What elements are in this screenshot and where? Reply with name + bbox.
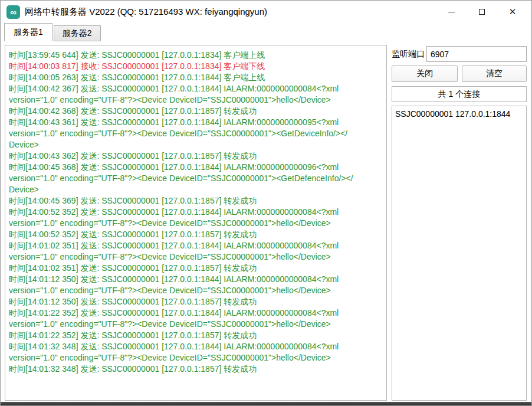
close-server-button[interactable]: 关闭 — [392, 66, 458, 82]
titlebar: ∞ 网络中转服务器 V2022 (QQ: 517216493 WX: feiya… — [1, 1, 531, 23]
log-line: 时间[14:00:43 361] 发送: SSJC00000001 [127.0… — [9, 117, 383, 128]
tab-server-1[interactable]: 服务器1 — [4, 23, 52, 41]
log-line: 时间[14:00:45 369] 发送: SSJC00000001 [127.0… — [9, 195, 383, 207]
minimize-icon — [448, 12, 455, 12]
maximize-icon — [479, 9, 485, 15]
tab-server-2[interactable]: 服务器2 — [54, 25, 101, 41]
app-logo-icon: ∞ — [6, 5, 20, 19]
connection-list[interactable]: SSJC00000001 127.0.0.1:1844 — [392, 106, 527, 401]
close-window-button[interactable]: ✕ — [497, 1, 528, 23]
log-line: 时间[14:00:43 362] 发送: SSJC00000001 [127.0… — [9, 150, 383, 162]
clear-log-button[interactable]: 清空 — [462, 66, 527, 82]
log-line: version="1.0" encoding="UTF-8"?><Device … — [9, 94, 383, 106]
log-line: 时间[14:01:32 348] 发送: SSJC00000001 [127.0… — [9, 364, 383, 375]
listen-port-input[interactable] — [426, 46, 527, 62]
log-line: version="1.0" encoding="UTF-8"?><Device … — [9, 285, 383, 296]
log-line: Device> — [9, 184, 383, 195]
log-line: version="1.0" encoding="UTF-8"?><Device … — [9, 128, 383, 139]
log-line: 时间[14:01:22 352] 发送: SSJC00000001 [127.0… — [9, 330, 383, 341]
log-line: 时间[14:01:12 350] 发送: SSJC00000001 [127.0… — [9, 274, 383, 285]
log-line: 时间[14:00:03 817] 接收: SSJC00000001 [127.0… — [9, 61, 383, 72]
log-line: 时间[14:01:22 352] 发送: SSJC00000001 [127.0… — [9, 307, 383, 319]
log-line: 时间[14:01:02 351] 发送: SSJC00000001 [127.0… — [9, 240, 383, 251]
log-line: 时间[14:01:02 351] 发送: SSJC00000001 [127.0… — [9, 263, 383, 274]
log-line: version="1.0" encoding="UTF-8"?><Device … — [9, 352, 383, 364]
log-line: version="1.0" encoding="UTF-8"?><Device … — [9, 251, 383, 263]
log-line: 时间[14:00:52 352] 发送: SSJC00000001 [127.0… — [9, 207, 383, 218]
close-icon: ✕ — [509, 6, 517, 17]
log-line: 时间[13:59:45 644] 发送: SSJC00000001 [127.0… — [9, 50, 383, 61]
minimize-button[interactable] — [436, 1, 467, 23]
listen-port-label: 监听端口 — [392, 46, 426, 62]
log-line: 时间[14:01:32 348] 发送: SSJC00000001 [127.0… — [9, 341, 383, 352]
connection-list-item[interactable]: SSJC00000001 127.0.0.1:1844 — [395, 108, 523, 120]
log-line: 时间[14:00:45 368] 发送: SSJC00000001 [127.0… — [9, 162, 383, 173]
app-window: ∞ 网络中转服务器 V2022 (QQ: 517216493 WX: feiya… — [0, 0, 532, 406]
log-line: 时间[14:00:05 263] 发送: SSJC00000001 [127.0… — [9, 72, 383, 83]
window-controls: ✕ — [436, 1, 528, 23]
log-line: version="1.0" encoding="UTF-8"?><Device … — [9, 218, 383, 229]
log-line: version="1.0" encoding="UTF-8"?><Device … — [9, 173, 383, 184]
log-line: 时间[14:00:42 368] 发送: SSJC00000001 [127.0… — [9, 106, 383, 117]
log-line: version="1.0" encoding="UTF-8"?><Device … — [9, 319, 383, 330]
log-line: 时间[14:00:42 367] 发送: SSJC00000001 [127.0… — [9, 83, 383, 94]
connection-count-label: 共 1 个连接 — [392, 86, 527, 102]
log-line: 时间[14:01:12 350] 发送: SSJC00000001 [127.0… — [9, 296, 383, 307]
maximize-button[interactable] — [467, 1, 497, 23]
tab-bar: 服务器1服务器2 — [4, 23, 102, 41]
window-bottom-border — [1, 402, 531, 405]
log-output-area[interactable]: 时间[13:59:45 644] 发送: SSJC00000001 [127.0… — [5, 45, 387, 401]
window-title: 网络中转服务器 V2022 (QQ: 517216493 WX: feiyang… — [25, 6, 267, 18]
log-line: Device> — [9, 139, 383, 150]
log-line: 时间[14:00:52 352] 发送: SSJC00000001 [127.0… — [9, 229, 383, 240]
